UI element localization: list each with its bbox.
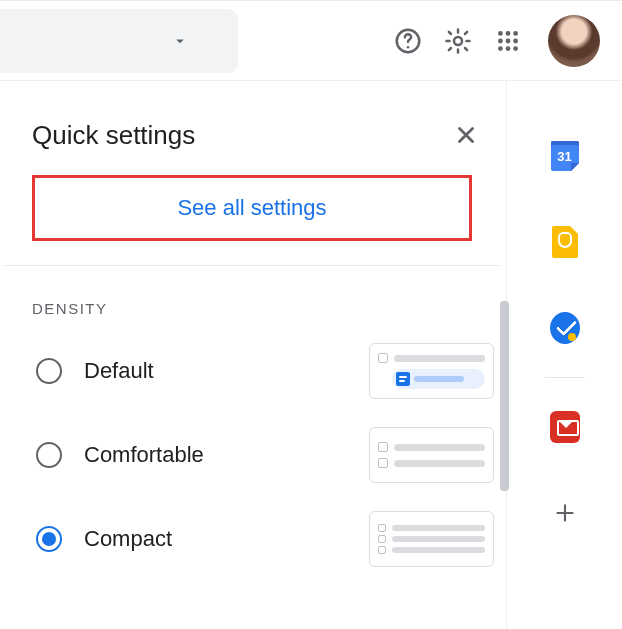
svg-point-6	[498, 38, 503, 43]
scrollbar-thumb[interactable]	[500, 301, 509, 491]
density-preview-comfortable	[369, 427, 494, 483]
search-collapsed-box[interactable]	[0, 9, 238, 73]
svg-point-9	[498, 46, 503, 51]
search-dropdown-icon[interactable]	[164, 25, 196, 57]
quick-settings-panel: Quick settings See all settings DENSITY …	[4, 111, 500, 581]
density-label-compact: Compact	[84, 526, 347, 552]
see-all-settings-label: See all settings	[177, 195, 326, 221]
keep-icon[interactable]	[550, 227, 580, 257]
close-icon[interactable]	[450, 119, 482, 151]
settings-gear-icon[interactable]	[442, 25, 474, 57]
svg-point-3	[498, 31, 503, 36]
account-avatar[interactable]	[548, 15, 600, 67]
radio-default[interactable]	[36, 358, 62, 384]
calendar-day-number: 31	[551, 149, 579, 164]
right-sidepanel: 31	[506, 81, 622, 629]
density-preview-default	[369, 343, 494, 399]
radio-comfortable[interactable]	[36, 442, 62, 468]
density-label-comfortable: Comfortable	[84, 442, 347, 468]
svg-point-1	[407, 46, 410, 49]
sidepanel-divider	[545, 377, 585, 378]
svg-point-10	[506, 46, 511, 51]
panel-title: Quick settings	[32, 120, 450, 151]
svg-point-11	[513, 46, 518, 51]
radio-compact[interactable]	[36, 526, 62, 552]
svg-point-4	[506, 31, 511, 36]
help-icon[interactable]	[392, 25, 424, 57]
divider	[4, 265, 500, 266]
density-label-default: Default	[84, 358, 347, 384]
density-option-compact[interactable]: Compact	[4, 497, 500, 581]
gmail-offline-icon[interactable]	[550, 412, 580, 442]
density-preview-compact	[369, 511, 494, 567]
add-addon-icon[interactable]	[550, 498, 580, 528]
tasks-icon[interactable]	[550, 313, 580, 343]
svg-point-7	[506, 38, 511, 43]
svg-point-8	[513, 38, 518, 43]
topbar	[0, 1, 622, 81]
svg-point-2	[454, 37, 462, 45]
svg-point-5	[513, 31, 518, 36]
density-section-label: DENSITY	[4, 282, 500, 329]
density-option-default[interactable]: Default	[4, 329, 500, 413]
apps-grid-icon[interactable]	[492, 25, 524, 57]
quick-settings-wrap: Quick settings See all settings DENSITY …	[0, 81, 506, 629]
calendar-icon[interactable]: 31	[550, 141, 580, 171]
density-option-comfortable[interactable]: Comfortable	[4, 413, 500, 497]
see-all-settings-button[interactable]: See all settings	[32, 175, 472, 241]
